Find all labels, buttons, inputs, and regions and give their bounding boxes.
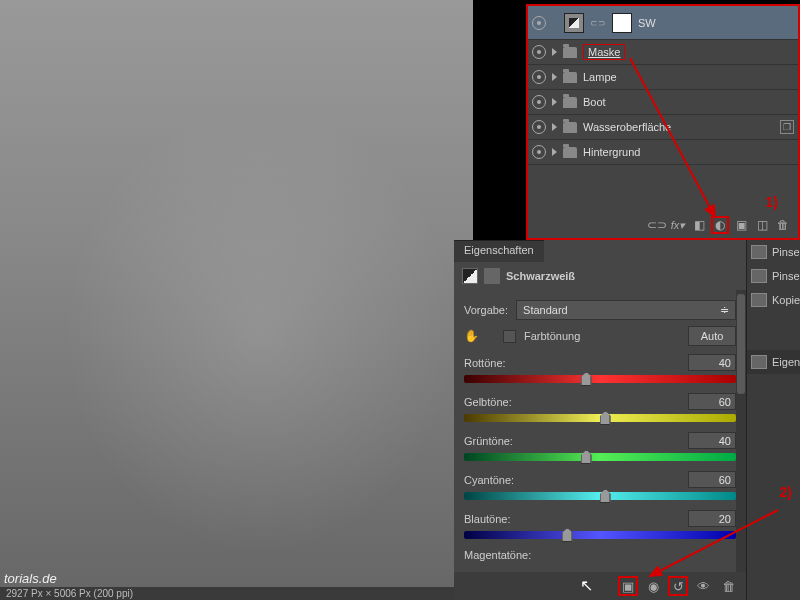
preset-label: Vorgabe: [464,304,508,316]
panel-brush[interactable]: Pinsel [747,264,800,288]
callout-2: 2) [780,484,792,500]
new-adjustment-layer-icon[interactable]: ◐ [711,216,729,234]
preset-select[interactable]: Standard≑ [516,300,736,320]
panel-clone-source[interactable]: Kopie [747,288,800,312]
expand-icon[interactable] [552,73,557,81]
toggle-visibility-icon[interactable]: 👁 [693,576,713,596]
visibility-icon[interactable] [532,120,546,134]
group-icon: ❐ [780,120,794,134]
chevron-down-icon: ≑ [720,304,729,317]
slider-track[interactable] [464,375,736,383]
properties-tab[interactable]: Eigenschaften [454,240,544,262]
expand-icon[interactable] [552,148,557,156]
layers-panel: ⊂⊃ SW Maske Lampe Boot Wasseroberfläche … [526,4,800,240]
slider-label: Blautöne: [464,513,510,525]
targeted-adjust-icon[interactable]: ✋ [464,329,479,343]
layer-lampe[interactable]: Lampe [528,65,798,90]
folder-icon [563,97,577,108]
slider-value-input[interactable] [688,510,736,527]
folder-icon [563,47,577,58]
slider-label: Cyantöne: [464,474,514,486]
expand-icon[interactable] [552,98,557,106]
delete-layer-icon[interactable]: 🗑 [774,216,792,234]
layer-maske[interactable]: Maske [528,40,798,65]
properties-footer: ▣ ◉ ↺ 👁 🗑 [454,572,746,600]
visibility-icon[interactable] [532,45,546,59]
layer-label: Maske [588,46,620,58]
brush-icon [751,245,767,259]
slider-value-input[interactable] [688,432,736,449]
callout-1: 1) [766,194,778,210]
slider-label: Gelbtöne: [464,396,512,408]
link-layers-icon[interactable]: ⊂⊃ [648,216,666,234]
panel-properties[interactable]: Eigens [747,350,800,374]
layer-label: SW [638,17,656,29]
right-collapsed-panels: Pinselv Pinsel Kopie Eigens [746,240,800,600]
new-layer-icon[interactable]: ◫ [753,216,771,234]
delete-adjustment-icon[interactable]: 🗑 [718,576,738,596]
layer-sw[interactable]: ⊂⊃ SW [528,6,798,40]
mask-mode-icon[interactable] [484,268,500,284]
slider-track[interactable] [464,531,736,539]
slider-thumb[interactable] [581,372,592,386]
slider-value-input[interactable] [688,354,736,371]
properties-title: Schwarzweiß [506,270,575,282]
layer-wasser[interactable]: Wasseroberfläche ❐ [528,115,798,140]
visibility-icon[interactable] [532,95,546,109]
properties-panel: Eigenschaften Schwarzweiß Vorgabe: Stand… [454,240,746,600]
expand-icon[interactable] [552,48,557,56]
slider-label: Rottöne: [464,357,506,369]
expand-icon[interactable] [552,123,557,131]
layers-footer: ⊂⊃ fx▾ ◧ ◐ ▣ ◫ 🗑 [528,212,798,238]
view-previous-icon[interactable]: ◉ [643,576,663,596]
slider-label: Grüntöne: [464,435,513,447]
slider-value-input[interactable] [688,471,736,488]
layer-boot[interactable]: Boot [528,90,798,115]
folder-icon [563,147,577,158]
slider-thumb[interactable] [600,411,611,425]
adjustment-thumbnail[interactable] [564,13,584,33]
slider-thumb[interactable] [562,528,573,542]
new-group-icon[interactable]: ▣ [732,216,750,234]
layer-label: Hintergrund [583,146,640,158]
tint-checkbox[interactable] [503,330,516,343]
clone-icon [751,293,767,307]
visibility-icon[interactable] [532,70,546,84]
slider-icon [751,355,767,369]
slider-track[interactable] [464,453,736,461]
clip-to-layer-icon[interactable]: ▣ [618,576,638,596]
tint-label: Farbtönung [524,330,580,342]
magenta-label: Magentatöne: [464,549,531,561]
slider-track[interactable] [464,414,736,422]
link-icon: ⊂⊃ [590,18,606,28]
fx-icon[interactable]: fx▾ [669,216,687,234]
add-mask-icon[interactable]: ◧ [690,216,708,234]
slider-track[interactable] [464,492,736,500]
folder-icon [563,72,577,83]
slider-thumb[interactable] [581,450,592,464]
visibility-icon[interactable] [532,16,546,30]
layer-label: Wasseroberfläche [583,121,671,133]
panel-brush-presets[interactable]: Pinselv [747,240,800,264]
slider-value-input[interactable] [688,393,736,410]
properties-scrollbar[interactable] [736,290,746,572]
watermark-text: torials.de [4,571,57,586]
bw-adjustment-icon [462,268,478,284]
folder-icon [563,122,577,133]
brush-icon [751,269,767,283]
auto-button[interactable]: Auto [688,326,736,346]
document-canvas[interactable]: torials.de [0,0,473,600]
layer-label: Lampe [583,71,617,83]
layer-label: Boot [583,96,606,108]
layer-hintergrund[interactable]: Hintergrund [528,140,798,165]
reset-icon[interactable]: ↺ [668,576,688,596]
status-bar: 2927 Px × 5006 Px (200 ppi) [0,587,473,600]
slider-thumb[interactable] [600,489,611,503]
visibility-icon[interactable] [532,145,546,159]
layer-mask-thumbnail[interactable] [612,13,632,33]
